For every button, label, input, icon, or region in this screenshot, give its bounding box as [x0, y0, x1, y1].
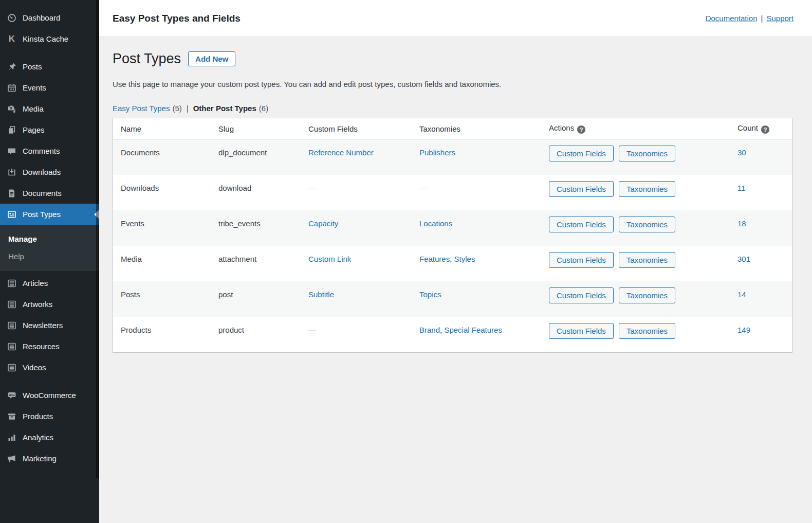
- count-cell: 301: [730, 246, 792, 281]
- sidebar-item-videos[interactable]: Videos: [0, 357, 99, 378]
- sidebar-item-label: Newsletters: [23, 321, 63, 330]
- count-cell: 14: [730, 281, 792, 317]
- post-type-slug: dlp_document: [211, 139, 301, 175]
- actions-cell: Custom Fields Taxonomies: [541, 317, 730, 352]
- plugin-title: Easy Post Types and Fields: [113, 13, 241, 24]
- documentation-link[interactable]: Documentation: [706, 14, 758, 23]
- custom-fields-button[interactable]: Custom Fields: [549, 287, 614, 303]
- page-title: Post Types: [113, 50, 181, 67]
- list-icon: [7, 363, 17, 373]
- custom-fields-button[interactable]: Custom Fields: [549, 323, 614, 339]
- submenu-item-help[interactable]: Help: [0, 247, 99, 265]
- table-row: Media attachment Custom Link Features, S…: [113, 246, 792, 281]
- list-icon: [7, 299, 17, 310]
- taxonomy-link[interactable]: Brand: [419, 326, 440, 334]
- sidebar-item-woocommerce[interactable]: Woo WooCommerce: [0, 385, 99, 406]
- count-cell: 30: [730, 139, 792, 175]
- count-link[interactable]: 14: [737, 290, 746, 299]
- sidebar-scrollbar[interactable]: [96, 0, 99, 478]
- count-link[interactable]: 301: [737, 255, 750, 263]
- sidebar-item-posts[interactable]: Posts: [0, 56, 99, 77]
- sidebar-item-newsletters[interactable]: Newsletters: [0, 315, 99, 336]
- sidebar-item-resources[interactable]: Resources: [0, 336, 99, 357]
- taxonomy-link[interactable]: Publishers: [419, 148, 455, 157]
- taxonomies-button[interactable]: Taxonomies: [619, 181, 675, 197]
- link-separator: |: [761, 14, 763, 23]
- tab-other-post-types[interactable]: Other Post Types(6): [193, 104, 268, 113]
- help-icon[interactable]: ?: [577, 125, 585, 134]
- taxonomy-link[interactable]: Special Features: [444, 326, 502, 334]
- sidebar-item-label: Posts: [23, 62, 42, 71]
- tab-count: (5): [172, 104, 181, 113]
- custom-field-link[interactable]: Subtitle: [308, 290, 334, 299]
- list-icon: [7, 341, 17, 352]
- custom-fields-button[interactable]: Custom Fields: [549, 146, 614, 161]
- sidebar-item-articles[interactable]: Articles: [0, 273, 99, 294]
- custom-fields-button[interactable]: Custom Fields: [549, 181, 614, 197]
- custom-fields-button[interactable]: Custom Fields: [549, 252, 614, 268]
- tab-separator: |: [187, 104, 189, 113]
- sidebar-item-artworks[interactable]: Artworks: [0, 294, 99, 315]
- taxonomies-button[interactable]: Taxonomies: [619, 217, 675, 232]
- column-header-slug: Slug: [211, 118, 301, 139]
- sidebar-item-label: Comments: [23, 147, 60, 155]
- post-type-slug: product: [211, 317, 301, 352]
- taxonomies-button[interactable]: Taxonomies: [619, 252, 675, 268]
- taxonomies-button[interactable]: Taxonomies: [619, 287, 675, 303]
- count-link[interactable]: 149: [737, 326, 750, 334]
- comment-icon: [7, 146, 17, 156]
- count-link[interactable]: 30: [737, 148, 746, 157]
- count-link[interactable]: 11: [737, 184, 746, 192]
- sidebar-item-documents[interactable]: Documents: [0, 183, 99, 204]
- taxonomy-link[interactable]: Styles: [454, 255, 475, 263]
- sidebar-item-marketing[interactable]: Marketing: [0, 448, 99, 469]
- post-type-name: Downloads: [113, 175, 211, 210]
- index-card-icon: [7, 209, 17, 220]
- add-new-button[interactable]: Add New: [188, 51, 235, 66]
- taxonomy-link[interactable]: Locations: [419, 219, 452, 228]
- list-icon: [7, 278, 17, 288]
- post-type-name: Events: [113, 210, 211, 246]
- sidebar-item-products[interactable]: Products: [0, 406, 99, 427]
- sidebar-item-events[interactable]: Events: [0, 77, 99, 98]
- sidebar-item-downloads[interactable]: Downloads: [0, 161, 99, 183]
- table-row: Events tribe_events Capacity Locations C…: [113, 210, 792, 246]
- taxonomy-link[interactable]: Features: [419, 255, 450, 263]
- count-link[interactable]: 18: [737, 219, 746, 228]
- plugin-header: Easy Post Types and Fields Documentation…: [99, 0, 812, 37]
- support-link[interactable]: Support: [766, 14, 793, 23]
- media-icon: [7, 104, 17, 114]
- sidebar-item-post-types[interactable]: Post Types: [0, 204, 99, 225]
- list-icon: [7, 320, 17, 331]
- sidebar-item-analytics[interactable]: Analytics: [0, 427, 99, 448]
- taxonomies-cell: Features, Styles: [412, 246, 541, 281]
- custom-field-link[interactable]: Capacity: [308, 219, 338, 228]
- post-type-slug: post: [211, 281, 301, 317]
- sidebar-item-label: Media: [23, 104, 44, 113]
- custom-fields-button[interactable]: Custom Fields: [549, 217, 614, 232]
- sidebar-item-media[interactable]: Media: [0, 98, 99, 119]
- tab-easy-post-types[interactable]: Easy Post Types(5): [113, 104, 182, 113]
- sidebar-item-pages[interactable]: Pages: [0, 119, 99, 140]
- taxonomies-cell: Brand, Special Features: [412, 317, 541, 352]
- submenu-item-manage[interactable]: Manage: [0, 230, 99, 247]
- taxonomies-cell: Locations: [412, 210, 541, 246]
- svg-text:Woo: Woo: [9, 393, 15, 396]
- taxonomies-button[interactable]: Taxonomies: [619, 146, 675, 161]
- sidebar-item-comments[interactable]: Comments: [0, 140, 99, 161]
- pushpin-icon: [7, 62, 17, 72]
- sidebar-item-label: Kinsta Cache: [23, 34, 68, 43]
- count-cell: 18: [730, 210, 792, 246]
- megaphone-icon: [7, 454, 17, 464]
- sidebar-item-label: Articles: [23, 279, 48, 287]
- help-icon[interactable]: ?: [761, 125, 769, 134]
- sidebar-item-dashboard[interactable]: Dashboard: [0, 7, 99, 28]
- column-header-actions: Actions?: [541, 118, 730, 139]
- taxonomy-link[interactable]: Topics: [419, 290, 441, 299]
- sidebar-item-kinsta-cache[interactable]: K Kinsta Cache: [0, 28, 99, 49]
- taxonomies-button[interactable]: Taxonomies: [619, 323, 675, 339]
- custom-fields-cell: Subtitle: [301, 281, 412, 317]
- list-separator: ,: [450, 255, 454, 263]
- custom-field-link[interactable]: Reference Number: [308, 148, 374, 157]
- custom-field-link[interactable]: Custom Link: [308, 255, 351, 263]
